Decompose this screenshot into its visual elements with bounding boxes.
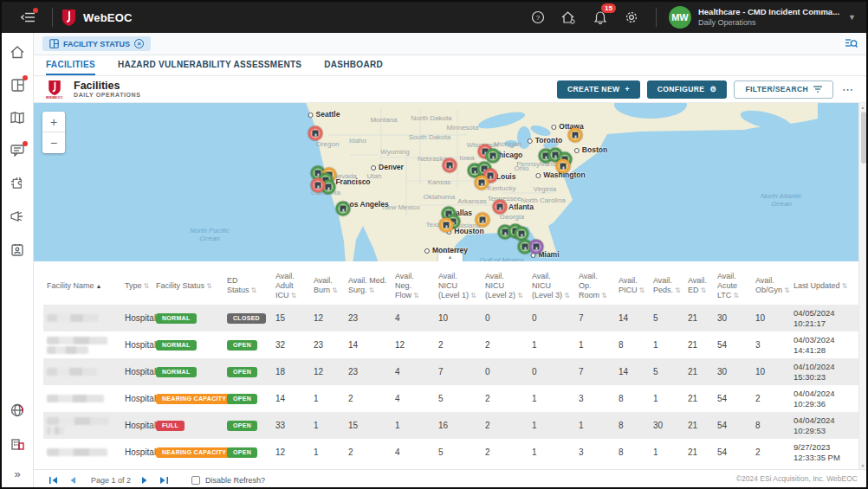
previous-page-button[interactable] — [65, 473, 79, 487]
sidebar-expand-icon[interactable]: » — [14, 467, 20, 480]
main-content: FACILITY STATUS × FACILITIESHAZARD VULNE… — [34, 33, 866, 487]
view-tab-facilities[interactable]: FACILITIES — [46, 55, 95, 75]
scroll-up-arrow[interactable]: ▲ — [859, 103, 866, 111]
facilities-table-panel: Facility Name▲Type⇅Facility Status⇅ED St… — [43, 261, 854, 469]
availability-value-cell: 2 — [752, 385, 790, 412]
facility-marker-red[interactable] — [493, 200, 508, 215]
facility-marker-orange[interactable] — [439, 218, 454, 233]
vertical-scrollbar[interactable]: ▲ ▼ — [858, 103, 866, 469]
facility-name-cell — [43, 358, 121, 385]
view-tab-hazard-vulnerability-assessments[interactable]: HAZARD VULNERABILITY ASSESSMENTS — [118, 55, 301, 75]
sidebar-home-icon[interactable] — [9, 43, 26, 61]
column-header-facility-name[interactable]: Facility Name▲ — [43, 267, 121, 305]
availability-value-cell: 5 — [435, 439, 482, 466]
column-header-avail-adult-icu[interactable]: Avail. Adult ICU⇅ — [272, 267, 310, 305]
availability-value-cell: 0 — [528, 358, 575, 385]
sidebar-maps-icon[interactable] — [9, 109, 26, 126]
column-header-avail-ed[interactable]: Avail. ED⇅ — [684, 267, 714, 305]
configure-button[interactable]: CONFIGURE⚙ — [647, 80, 728, 99]
facility-marker-orange[interactable] — [476, 213, 490, 228]
next-page-button[interactable] — [138, 473, 152, 487]
filter-icon — [813, 86, 822, 93]
column-header-avail-burn[interactable]: Avail. Burn⇅ — [310, 267, 345, 305]
availability-value-cell: 8 — [615, 412, 650, 439]
help-icon[interactable]: ? — [529, 9, 547, 26]
sort-icon: ⇅ — [564, 292, 570, 299]
chevron-down-icon[interactable]: ▼ — [848, 13, 856, 22]
table-row[interactable]: HospitalNORMALOPEN1812234700714521301004… — [43, 358, 868, 385]
column-header-avail-ob-gyn[interactable]: Avail. Ob/Gyn⇅ — [752, 267, 790, 305]
facility-marker-green[interactable] — [486, 149, 501, 164]
copyright-text: ©2024 ESi Acquisition, Inc. WebEOC — [736, 474, 858, 483]
sidebar-organization-icon[interactable] — [9, 434, 26, 452]
disable-refresh-checkbox[interactable] — [191, 476, 200, 485]
filter-search-button[interactable]: FILTER/SEARCH — [734, 80, 833, 99]
building-icon — [573, 132, 579, 138]
settings-gear-icon[interactable] — [623, 9, 640, 26]
table-row[interactable]: HospitalNEARING CAPACITYOPEN141245213812… — [43, 385, 868, 412]
availability-value-cell: 23 — [345, 358, 392, 385]
table-row[interactable]: HospitalNORMALCLOSED15122341000714521301… — [43, 305, 868, 331]
availability-value-cell: 2 — [752, 439, 790, 466]
column-header-avail-nicu-level-3-[interactable]: Avail. NICU (Level 3)⇅ — [528, 267, 575, 305]
building-icon — [560, 164, 567, 170]
column-header-avail-picu[interactable]: Avail. PICU⇅ — [615, 267, 650, 305]
facilities-map[interactable]: OregonIdahoMontanaNorth DakotaSouth Dako… — [34, 103, 866, 261]
column-header-avail-nicu-level-1-[interactable]: Avail. NICU (Level 1)⇅ — [435, 267, 482, 305]
facility-marker-red[interactable] — [308, 126, 323, 141]
column-header-facility-status[interactable]: Facility Status⇅ — [152, 267, 223, 305]
map-collapse-handle[interactable]: ▲ — [438, 253, 463, 261]
view-tab-dashboard[interactable]: DASHBOARD — [324, 55, 383, 75]
more-options-button[interactable]: ⋯ — [842, 83, 854, 96]
column-header-avail-op-room[interactable]: Avail. Op. Room⇅ — [575, 267, 615, 305]
tab-facility-status[interactable]: FACILITY STATUS × — [42, 36, 151, 51]
facility-marker-orange[interactable] — [556, 159, 571, 174]
availability-value-cell: 54 — [714, 439, 752, 466]
sidebar-messages-icon[interactable] — [9, 142, 26, 159]
last-page-button[interactable] — [157, 473, 171, 487]
facility-marker-orange[interactable] — [475, 176, 489, 190]
facility-marker-green[interactable] — [336, 202, 351, 216]
availability-value-cell: 10 — [752, 305, 790, 331]
availability-value-cell: 30 — [650, 412, 684, 439]
availability-value-cell: 4 — [392, 358, 435, 385]
table-row[interactable]: HospitalNEARING CAPACITYOPEN121245213812… — [43, 439, 868, 466]
facility-name-cell — [43, 331, 121, 358]
column-header-last-updated[interactable]: Last Updated⇅ — [790, 267, 852, 305]
home-settings-icon[interactable] — [560, 9, 578, 26]
first-page-button[interactable] — [46, 473, 60, 487]
facility-marker-red[interactable] — [311, 178, 326, 193]
table-row[interactable]: HospitalFULLOPEN331151162118302154804/04… — [43, 412, 868, 439]
user-avatar[interactable]: MW — [669, 6, 691, 29]
column-header-avail-neg-flow[interactable]: Avail. Neg. Flow⇅ — [392, 267, 435, 305]
create-new-button[interactable]: CREATE NEW+ — [557, 80, 640, 99]
sidebar-globe-icon[interactable] — [9, 402, 26, 419]
close-tab-icon[interactable]: × — [134, 39, 144, 48]
zoom-out-button[interactable]: − — [42, 132, 65, 153]
zoom-in-button[interactable]: + — [42, 112, 65, 132]
facility-marker-red[interactable] — [443, 158, 457, 173]
facility-marker-purple[interactable] — [529, 240, 544, 254]
column-header-avail-med-surg-[interactable]: Avail. Med. Surg.⇅ — [345, 267, 392, 305]
scrollbar-thumb[interactable] — [861, 112, 866, 164]
notifications-bell-icon[interactable]: 15 — [592, 9, 609, 26]
last-updated-cell: 04/03/202414:41:28 — [790, 331, 852, 358]
column-header-type[interactable]: Type⇅ — [121, 267, 152, 305]
scroll-down-arrow[interactable]: ▼ — [859, 461, 866, 469]
sidebar-boards-icon[interactable] — [9, 76, 26, 93]
account-switcher[interactable]: Healthcare - CMD Incident Comma... Daily… — [698, 7, 839, 28]
sidebar-contacts-icon[interactable] — [9, 241, 26, 258]
board-search-icon[interactable] — [845, 36, 858, 52]
sidebar-plugins-icon[interactable] — [9, 175, 26, 192]
facility-marker-orange[interactable] — [568, 128, 583, 143]
table-row[interactable]: HospitalNORMALOPEN322314122211812154304/… — [43, 331, 868, 358]
sidebar-notify-icon[interactable] — [9, 208, 26, 225]
collapse-menu-icon[interactable] — [19, 9, 36, 26]
availability-value-cell: 4 — [392, 439, 435, 466]
column-header-avail-peds-[interactable]: Avail. Peds.⇅ — [650, 267, 684, 305]
column-header-ed-status[interactable]: ED Status⇅ — [223, 267, 272, 305]
facility-type-cell: Hospital — [121, 358, 152, 385]
column-header-avail-nicu-level-2-[interactable]: Avail. NICU (Level 2)⇅ — [482, 267, 528, 305]
column-header-avail-acute-ltc[interactable]: Avail. Acute LTC⇅ — [714, 267, 752, 305]
availability-value-cell: 23 — [345, 305, 392, 331]
